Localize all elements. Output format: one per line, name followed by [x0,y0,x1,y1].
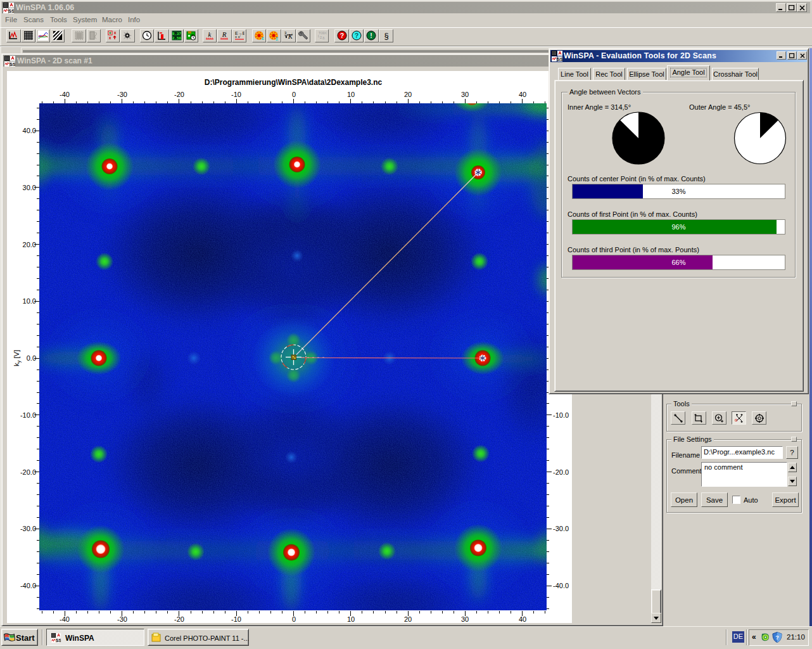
svg-text:20: 20 [404,615,412,623]
svg-text:-20.0: -20.0 [553,468,569,476]
svg-text:20.0: 20.0 [23,241,36,248]
svg-text:40: 40 [519,615,526,623]
svg-text:20: 20 [404,91,412,98]
svg-text:30: 30 [461,91,469,98]
svg-text:-40: -40 [60,91,70,98]
svg-text:-10.0: -10.0 [20,411,36,419]
svg-text:SS: SS [56,638,61,643]
svg-text:-30: -30 [117,91,127,98]
svg-text:40.0: 40.0 [23,127,36,134]
svg-text:10: 10 [347,615,355,623]
svg-text:-40.0: -40.0 [20,582,36,589]
svg-text:α: α [735,418,737,422]
svg-text:0: 0 [292,615,296,623]
svg-text:-10: -10 [231,91,241,98]
svg-text:-10: -10 [231,615,241,623]
svg-text:-40.0: -40.0 [553,582,569,589]
svg-text:-30.0: -30.0 [20,525,36,532]
svg-text:0.0: 0.0 [27,354,36,362]
svg-text:-10.0: -10.0 [553,411,569,419]
svg-text:ky [V]: ky [V] [13,350,22,366]
svg-text:30: 30 [461,615,469,623]
svg-text:-20.0: -20.0 [20,468,36,476]
svg-text:40: 40 [519,91,526,98]
svg-text:?: ? [775,634,779,641]
svg-text:0: 0 [292,91,296,98]
svg-text:-40: -40 [60,615,70,623]
svg-text:SS: SS [557,56,562,62]
svg-text:30.0: 30.0 [23,184,36,191]
svg-text:-20: -20 [174,615,184,623]
svg-text:-20: -20 [174,91,184,98]
svg-text:10.0: 10.0 [23,297,36,305]
svg-text:-30: -30 [117,615,127,623]
svg-text:-30.0: -30.0 [553,525,569,532]
svg-text:10: 10 [347,91,355,98]
